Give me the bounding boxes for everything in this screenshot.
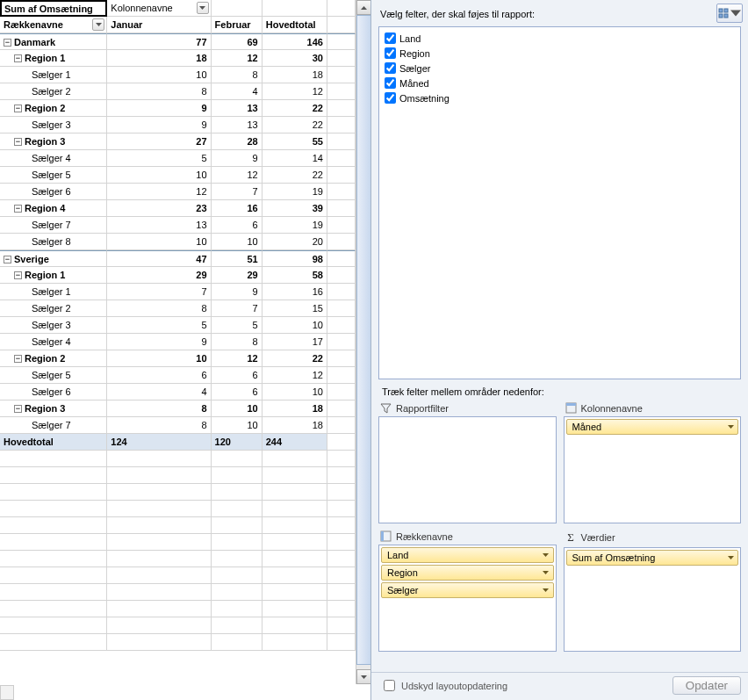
cell-value[interactable]: 17	[263, 334, 327, 350]
empty-row[interactable]	[0, 634, 356, 651]
col-header-january[interactable]: Januar	[107, 17, 211, 33]
chevron-down-icon[interactable]	[542, 551, 550, 559]
cell-value[interactable]: 9	[212, 150, 263, 167]
table-row[interactable]: −Region 4231639	[0, 200, 356, 217]
cell-value[interactable]: 15	[263, 300, 327, 317]
row-label[interactable]: −Sverige	[0, 250, 107, 267]
field-item[interactable]: Region	[385, 46, 735, 61]
cell-value[interactable]: 10	[212, 401, 263, 417]
field-checkbox[interactable]	[385, 47, 396, 59]
cell-value[interactable]: 51	[212, 250, 263, 267]
table-row[interactable]: Sælger 28412	[0, 83, 356, 100]
cell-value[interactable]: 12	[107, 184, 211, 200]
layout-options-button[interactable]	[716, 4, 743, 23]
collapse-icon[interactable]: −	[14, 138, 22, 146]
table-row[interactable]: −Region 3272855	[0, 134, 356, 150]
table-row[interactable]: Sælger 28715	[0, 300, 356, 317]
row-label[interactable]: −Region 2	[0, 100, 107, 117]
cell-value[interactable]: 22	[263, 167, 327, 184]
cell-value[interactable]: 18	[107, 50, 211, 67]
empty-row[interactable]	[0, 467, 356, 484]
area-drop-zone[interactable]: Måned	[564, 416, 742, 523]
cell-value[interactable]: 16	[263, 284, 327, 300]
field-checkbox[interactable]	[385, 77, 396, 89]
cell-value[interactable]: 55	[263, 134, 327, 150]
cell-value[interactable]: 20	[263, 234, 327, 250]
row-label[interactable]: −Region 1	[0, 267, 107, 284]
table-row[interactable]: −Region 1292958	[0, 267, 356, 284]
cell-value[interactable]: 22	[263, 117, 327, 134]
cell-value[interactable]: 12	[212, 167, 263, 184]
table-row[interactable]: Sælger 781018	[0, 417, 356, 434]
table-row[interactable]: Sælger 45914	[0, 150, 356, 167]
collapse-icon[interactable]: −	[14, 105, 22, 112]
vertical-scrollbar[interactable]	[356, 0, 370, 684]
empty-row[interactable]	[0, 534, 356, 551]
empty-row[interactable]	[0, 501, 356, 517]
row-label[interactable]: Sælger 3	[0, 117, 107, 134]
field-checkbox[interactable]	[385, 62, 396, 74]
cell-value[interactable]: 47	[107, 250, 211, 267]
cell-value[interactable]: 8	[107, 417, 211, 434]
cell-value[interactable]: 18	[263, 67, 327, 83]
field-item[interactable]: Land	[385, 31, 735, 46]
active-cell[interactable]: Sum af Omsætning	[0, 0, 107, 17]
cell-value[interactable]: 58	[263, 267, 327, 284]
table-row[interactable]: Sælger 8101020	[0, 234, 356, 250]
row-label[interactable]: −Region 2	[0, 350, 107, 367]
field-pill[interactable]: Region	[381, 565, 554, 581]
cell-value[interactable]: 4	[107, 384, 211, 401]
cell-value[interactable]: 10	[107, 234, 211, 250]
collapse-icon[interactable]: −	[14, 271, 22, 279]
cell-value[interactable]: 12	[263, 83, 327, 100]
cell-value[interactable]: 10	[107, 350, 211, 367]
field-pill[interactable]: Sum af Omsætning	[566, 550, 739, 566]
cell-value[interactable]: 6	[212, 217, 263, 234]
row-label[interactable]: Sælger 4	[0, 334, 107, 350]
cell-value[interactable]: 9	[107, 117, 211, 134]
update-button[interactable]: Opdater	[672, 676, 741, 695]
row-label[interactable]: Sælger 6	[0, 384, 107, 401]
cell-value[interactable]: 28	[212, 134, 263, 150]
cell-value[interactable]: 13	[212, 100, 263, 117]
row-label[interactable]: −Region 3	[0, 134, 107, 150]
row-labels-dropdown[interactable]: Rækkenavne	[0, 17, 107, 33]
cell-value[interactable]: 77	[107, 33, 211, 50]
cell-value[interactable]: 23	[107, 200, 211, 217]
empty-row[interactable]	[0, 617, 356, 634]
empty-row[interactable]	[0, 584, 356, 601]
empty-row[interactable]	[0, 517, 356, 534]
cell-value[interactable]: 5	[212, 317, 263, 334]
table-row[interactable]: Sælger 612719	[0, 184, 356, 200]
cell-value[interactable]: 22	[263, 350, 327, 367]
field-list[interactable]: LandRegionSælgerMånedOmsætning	[378, 26, 741, 379]
cell-value[interactable]: 14	[263, 150, 327, 167]
cell-value[interactable]: 19	[263, 184, 327, 200]
chevron-down-icon[interactable]	[542, 586, 550, 595]
collapse-icon[interactable]: −	[4, 39, 11, 47]
cell-value[interactable]: 8	[107, 83, 211, 100]
cell-value[interactable]: 10	[107, 167, 211, 184]
column-labels-dropdown[interactable]: Kolonnenavne	[107, 0, 211, 17]
collapse-icon[interactable]: −	[14, 205, 22, 213]
cell-value[interactable]: 10	[263, 384, 327, 401]
row-label[interactable]: Sælger 8	[0, 234, 107, 250]
chevron-down-icon[interactable]	[726, 422, 735, 431]
area-drop-zone[interactable]	[378, 416, 557, 523]
empty-row[interactable]	[0, 551, 356, 567]
collapse-icon[interactable]: −	[14, 405, 22, 413]
collapse-icon[interactable]: −	[14, 355, 22, 363]
row-label[interactable]: Sælger 5	[0, 167, 107, 184]
table-row[interactable]: −Region 2101222	[0, 350, 356, 367]
empty-row[interactable]	[0, 451, 356, 467]
row-label[interactable]: Sælger 1	[0, 67, 107, 83]
row-label[interactable]: −Danmark	[0, 33, 107, 50]
scroll-down-button[interactable]	[356, 669, 371, 684]
cell-value[interactable]: 19	[263, 217, 327, 234]
cell-value[interactable]: 12	[212, 350, 263, 367]
collapse-icon[interactable]: −	[14, 54, 22, 62]
cell-value[interactable]: 9	[107, 100, 211, 117]
area-drop-zone[interactable]: Sum af Omsætning	[564, 547, 742, 652]
empty-row[interactable]	[0, 567, 356, 584]
row-label[interactable]: Sælger 6	[0, 184, 107, 200]
